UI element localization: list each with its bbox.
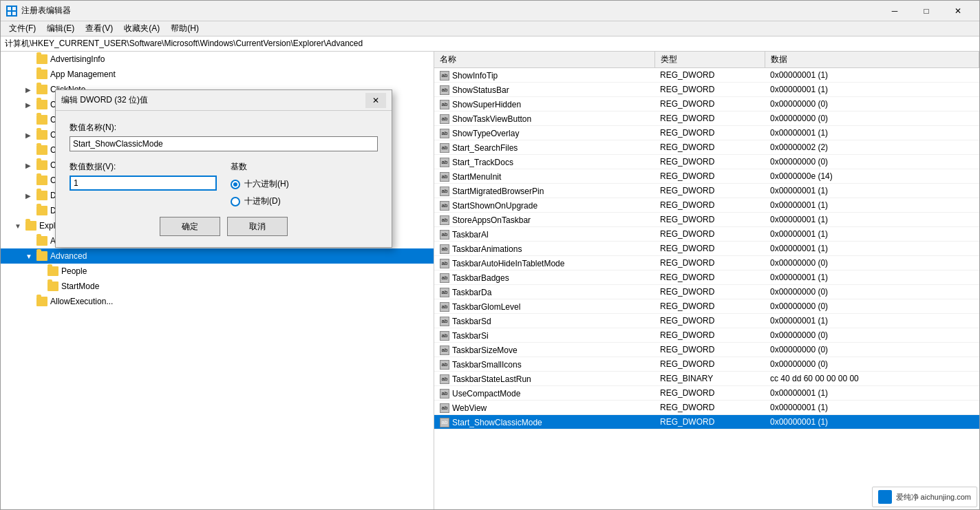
cell-name: abTaskbarAnimations [434, 242, 654, 256]
table-row[interactable]: abStartMenuInitREG_DWORD0x0000000e (14) [434, 169, 979, 184]
folder-icon [36, 160, 47, 170]
cell-type: REG_DWORD [654, 401, 765, 415]
cell-data: 0x00000001 (1) [765, 401, 979, 415]
table-row[interactable]: abStartShownOnUpgradeREG_DWORD0x00000001… [434, 198, 979, 213]
cell-type: REG_DWORD [654, 198, 765, 213]
app-icon [6, 6, 17, 17]
table-row[interactable]: abShowInfoTipREG_DWORD0x00000001 (1) [434, 68, 979, 83]
cell-type: REG_DWORD [654, 415, 765, 429]
title-bar-controls: ─ □ ✕ [879, 1, 974, 21]
menu-view[interactable]: 查看(V) [80, 21, 118, 36]
table-row[interactable]: abUseCompactModeREG_DWORD0x00000001 (1) [434, 386, 979, 401]
folder-icon [36, 85, 47, 94]
table-row[interactable]: abTaskbarAnimationsREG_DWORD0x00000001 (… [434, 242, 979, 256]
folder-icon [36, 130, 47, 140]
menu-file[interactable]: 文件(F) [3, 21, 41, 36]
tree-label: StartMode [61, 281, 99, 291]
cell-data: 0x00000001 (1) [765, 126, 979, 140]
table-row[interactable]: abTaskbarDaREG_DWORD0x00000000 (0) [434, 285, 979, 299]
folder-icon [36, 145, 47, 155]
table-row[interactable]: abTaskbarSizeMoveREG_DWORD0x00000000 (0) [434, 343, 979, 357]
table-row[interactable]: abTaskbarBadgesREG_DWORD0x00000001 (1) [434, 270, 979, 285]
cell-name: abShowTaskViewButton [434, 111, 654, 126]
cell-name: abStartMigratedBrowserPin [434, 184, 654, 198]
expand-arrow: ▶ [25, 162, 36, 169]
cell-name: abStart_SearchFiles [434, 140, 654, 155]
table-row[interactable]: abTaskbarGlomLevelREG_DWORD0x00000000 (0… [434, 299, 979, 314]
tree-item-appmanagement[interactable]: App Management [1, 67, 434, 82]
tree-item-startmode[interactable]: StartMode [1, 279, 434, 294]
cell-name: abStartShownOnUpgrade [434, 198, 654, 213]
expand-arrow: ▶ [25, 101, 36, 109]
cell-type: REG_DWORD [654, 97, 765, 111]
tree-item-allowexecution[interactable]: AllowExecution... [1, 294, 434, 309]
cell-type: REG_DWORD [654, 357, 765, 372]
arrow [25, 116, 36, 124]
table-row[interactable]: abStoreAppsOnTaskbarREG_DWORD0x00000001 … [434, 213, 979, 227]
folder-icon [36, 70, 47, 79]
table-row[interactable]: abShowTypeOverlayREG_DWORD0x00000001 (1) [434, 126, 979, 140]
radio-decimal[interactable]: 十进制(D) [231, 195, 378, 207]
expand-arrow: ▼ [14, 222, 25, 230]
cell-data: 0x00000000 (0) [765, 328, 979, 343]
cell-data: 0x00000001 (1) [765, 386, 979, 401]
table-row[interactable]: abStart_SearchFilesREG_DWORD0x00000002 (… [434, 140, 979, 155]
cell-name: abUseCompactMode [434, 386, 654, 401]
menu-favorites[interactable]: 收藏夹(A) [118, 21, 165, 36]
expand-arrow: ▶ [25, 131, 36, 139]
cancel-button[interactable]: 取消 [227, 217, 288, 236]
cell-type: REG_DWORD [654, 285, 765, 299]
registry-panel: 名称 类型 数据 abShowInfoTipREG_DWORD0x0000000… [434, 52, 979, 509]
table-row[interactable]: abShowTaskViewButtonREG_DWORD0x00000000 … [434, 111, 979, 126]
tree-item-advanced[interactable]: ▼ Advanced [1, 248, 434, 264]
cell-data: 0x00000001 (1) [765, 213, 979, 227]
tree-item-people[interactable]: People [1, 264, 434, 279]
ok-button[interactable]: 确定 [160, 217, 220, 236]
tree-item-advertisinginfo[interactable]: AdvertisingInfo [1, 52, 434, 67]
value-input[interactable] [70, 176, 217, 191]
close-button[interactable]: ✕ [942, 1, 974, 21]
folder-icon [47, 281, 58, 291]
watermark-text: 爱纯净 aichunjing.com [896, 492, 971, 502]
table-row[interactable]: abShowSuperHiddenREG_DWORD0x00000000 (0) [434, 97, 979, 111]
table-row[interactable]: abTaskbarAlREG_DWORD0x00000001 (1) [434, 227, 979, 242]
watermark: 爱纯净 aichunjing.com [872, 487, 977, 507]
table-row[interactable]: abShowStatusBarREG_DWORD0x00000001 (1) [434, 83, 979, 97]
arrow [25, 56, 36, 63]
cell-data: 0x00000000 (0) [765, 155, 979, 169]
table-header-row: 名称 类型 数据 [434, 52, 979, 68]
table-row[interactable]: abTaskbarAutoHideInTabletModeREG_DWORD0x… [434, 256, 979, 270]
cell-data: 0x00000001 (1) [765, 83, 979, 97]
cell-type: REG_DWORD [654, 68, 765, 83]
table-row[interactable]: abStartMigratedBrowserPinREG_DWORD0x0000… [434, 184, 979, 198]
cell-data: 0x00000001 (1) [765, 227, 979, 242]
table-row[interactable]: abTaskbarStateLastRunREG_BINARYcc 40 dd … [434, 372, 979, 386]
table-row[interactable]: abStart_TrackDocsREG_DWORD0x00000000 (0) [434, 155, 979, 169]
dialog-close-button[interactable]: ✕ [365, 93, 386, 108]
radio-group: 十六进制(H) 十进制(D) [231, 178, 378, 207]
folder-icon [36, 251, 47, 261]
cell-name: abShowSuperHidden [434, 97, 654, 111]
menu-edit[interactable]: 编辑(E) [41, 21, 80, 36]
cell-data: 0x00000000 (0) [765, 299, 979, 314]
cell-type: REG_DWORD [654, 386, 765, 401]
cell-type: REG_DWORD [654, 155, 765, 169]
table-row[interactable]: abTaskbarSiREG_DWORD0x00000000 (0) [434, 328, 979, 343]
cell-type: REG_DWORD [654, 227, 765, 242]
table-row[interactable]: abTaskbarSmallIconsREG_DWORD0x00000000 (… [434, 357, 979, 372]
minimize-button[interactable]: ─ [879, 1, 910, 21]
menu-help[interactable]: 帮助(H) [165, 21, 204, 36]
maximize-button[interactable]: □ [910, 1, 942, 21]
table-row[interactable]: abStart_ShowClassicModeREG_DWORD0x000000… [434, 415, 979, 429]
cell-type: REG_DWORD [654, 169, 765, 184]
menu-bar: 文件(F) 编辑(E) 查看(V) 收藏夹(A) 帮助(H) [1, 21, 979, 36]
cell-name: abTaskbarSizeMove [434, 343, 654, 357]
table-row[interactable]: abTaskbarSdREG_DWORD0x00000001 (1) [434, 314, 979, 328]
table-row[interactable]: abWebViewREG_DWORD0x00000001 (1) [434, 401, 979, 415]
cell-type: REG_DWORD [654, 213, 765, 227]
cell-data: 0x00000001 (1) [765, 270, 979, 285]
dialog-value-row: 数值数据(V): 基数 十六进制(H) 十进制(D) [70, 161, 378, 207]
name-input[interactable] [70, 136, 378, 151]
radio-hex[interactable]: 十六进制(H) [231, 178, 378, 190]
dialog-body: 数值名称(N): 数值数据(V): 基数 十六进制(H) [56, 111, 392, 247]
